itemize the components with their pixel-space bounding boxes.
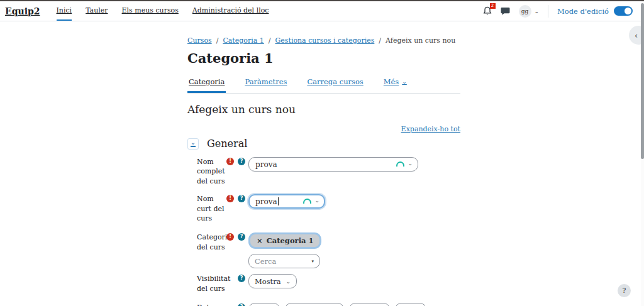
messages-icon[interactable] (501, 7, 510, 15)
toggle-knob (625, 8, 631, 14)
required-icon: ! (226, 158, 234, 165)
help-icon[interactable]: ? (238, 303, 245, 306)
expand-all-link[interactable]: Expandeix-ho tot (401, 125, 460, 133)
tab-parametres[interactable]: Paràmetres (243, 75, 288, 93)
tab-categoria[interactable]: Categoria (187, 75, 226, 93)
breadcrumb-current: Afegeix un curs nou (386, 36, 455, 45)
startdate-controls: 21⌄ novembre⌄ 2025⌄ 00⌄ 00⌄ (248, 303, 460, 306)
main-content: Cursos / Categoria 1 / Gestiona cursos i… (0, 21, 460, 306)
startdate-label: Data d'inici del curs ? (187, 303, 248, 306)
breadcrumb-categoria-1[interactable]: Categoria 1 (223, 36, 264, 45)
shortname-input[interactable]: prova (248, 194, 325, 209)
row-startdate: Data d'inici del curs ? 21⌄ novembre⌄ 20… (187, 303, 460, 306)
visibility-label: Visibilitat del curs ? (187, 274, 248, 293)
navbar-divider (548, 5, 548, 18)
chevron-down-icon[interactable]: ⌄ (314, 197, 319, 204)
category-label: Categoria del curs ! ? (187, 232, 248, 268)
chevron-left-icon: ‹ (635, 31, 638, 40)
visibility-value: Mostra (255, 277, 281, 286)
row-shortname: Nom curt del curs ! ? prova ⌄ (187, 194, 460, 223)
help-button[interactable]: ? (618, 284, 631, 297)
text-caret (278, 197, 279, 205)
tab-carrega-cursos[interactable]: Carrega cursos (306, 75, 364, 93)
breadcrumb-separator: / (379, 36, 381, 45)
required-icon: ! (226, 195, 234, 202)
category-tag[interactable]: × Categoria 1 (250, 234, 319, 247)
fullname-label: Nom complet del curs ! ? (187, 157, 248, 186)
triangle-down-icon: ▾ (311, 259, 314, 264)
help-icon[interactable]: ? (238, 233, 245, 241)
page-title: Categoria 1 (187, 50, 460, 66)
site-navbar: Equip2 Inici Tauler Els meus cursos Admi… (0, 1, 644, 21)
section-general-title: General (207, 138, 247, 150)
row-category: Categoria del curs ! ? × Categoria 1 Cer… (187, 232, 460, 268)
avatar: gg (519, 5, 531, 18)
required-icon: ! (226, 233, 234, 241)
breadcrumb-cursos[interactable]: Cursos (187, 36, 212, 45)
row-visibility: Visibilitat del curs ? Mostra ⌄ (187, 274, 460, 293)
fullname-input[interactable] (248, 157, 418, 172)
site-brand-link[interactable]: Equip2 (5, 1, 40, 21)
collapse-underline (191, 146, 196, 147)
autofill-extension-icon[interactable] (303, 199, 311, 204)
section-general-header: ⌄ General (187, 138, 460, 150)
edit-mode-toggle[interactable] (614, 6, 633, 16)
startdate-label-text: Data d'inici del curs (197, 303, 225, 306)
nav-item-els-meus-cursos[interactable]: Els meus cursos (122, 1, 179, 21)
user-menu-chevron-icon: ⌄ (535, 8, 540, 14)
help-icon[interactable]: ? (238, 275, 245, 282)
help-icon[interactable]: ? (238, 195, 245, 202)
nav-item-tauler[interactable]: Tauler (86, 1, 108, 21)
form-rows: Nom complet del curs ! ? ⌄ Nom curt del … (187, 157, 460, 306)
shortname-label: Nom curt del curs ! ? (187, 194, 248, 223)
autofill-extension-icon[interactable] (396, 161, 404, 167)
breadcrumb-separator: / (269, 36, 271, 45)
breadcrumb-separator: / (216, 36, 219, 45)
visibility-select[interactable]: Mostra ⌄ (248, 274, 297, 288)
remove-tag-icon[interactable]: × (257, 236, 263, 245)
breadcrumb-gestiona-cursos[interactable]: Gestiona cursos i categories (275, 36, 375, 45)
shortname-label-text: Nom curt del curs (197, 195, 225, 222)
chevron-down-icon: ⌄ (191, 140, 196, 145)
category-tabs: Categoria Paràmetres Carrega cursos Més⌄ (187, 75, 460, 94)
primary-nav: Inici Tauler Els meus cursos Administrac… (57, 1, 269, 21)
help-icon[interactable]: ? (238, 158, 245, 165)
shortname-input-wrap: prova ⌄ (248, 194, 325, 209)
category-search-select[interactable]: Cerca ▾ (248, 254, 320, 268)
shortname-value: prova (255, 197, 277, 206)
fullname-label-text: Nom complet del curs (197, 158, 225, 185)
chevron-down-icon[interactable]: ⌄ (408, 160, 413, 167)
navbar-right-group: 2 gg ⌄ Mode d'edició (483, 1, 638, 21)
edit-mode-label: Mode d'edició (557, 7, 609, 16)
category-tag-label: Categoria 1 (267, 236, 314, 245)
breadcrumb: Cursos / Categoria 1 / Gestiona cursos i… (187, 36, 460, 45)
row-fullname: Nom complet del curs ! ? ⌄ (187, 157, 460, 186)
edit-mode-control: Mode d'edició (557, 6, 638, 16)
collapse-section-icon[interactable]: ⌄ (187, 138, 199, 150)
notifications-badge: 2 (490, 3, 496, 9)
nav-item-administracio[interactable]: Administració del lloc (192, 1, 269, 21)
expand-all-row: Expandeix-ho tot (187, 122, 460, 134)
category-search-placeholder: Cerca (255, 257, 276, 266)
tab-mes-label: Més (384, 77, 399, 86)
startdate-hour-select[interactable]: 00⌄ (395, 303, 426, 306)
startdate-month-select[interactable]: novembre⌄ (285, 303, 344, 306)
form-heading: Afegeix un curs nou (187, 103, 460, 116)
chevron-down-icon: ⌄ (286, 278, 291, 285)
startdate-day-select[interactable]: 21⌄ (248, 303, 280, 306)
startdate-year-select[interactable]: 2025⌄ (349, 303, 390, 306)
tab-mes[interactable]: Més⌄ (382, 75, 408, 93)
fullname-input-wrap: ⌄ (248, 157, 418, 172)
user-menu[interactable]: gg ⌄ (519, 5, 540, 18)
notifications-bell-icon[interactable]: 2 (483, 6, 492, 16)
scrollbar-thumb[interactable] (641, 3, 644, 159)
nav-item-inici[interactable]: Inici (57, 1, 72, 21)
chevron-down-icon: ⌄ (402, 79, 407, 85)
visibility-label-text: Visibilitat del curs (197, 275, 230, 292)
